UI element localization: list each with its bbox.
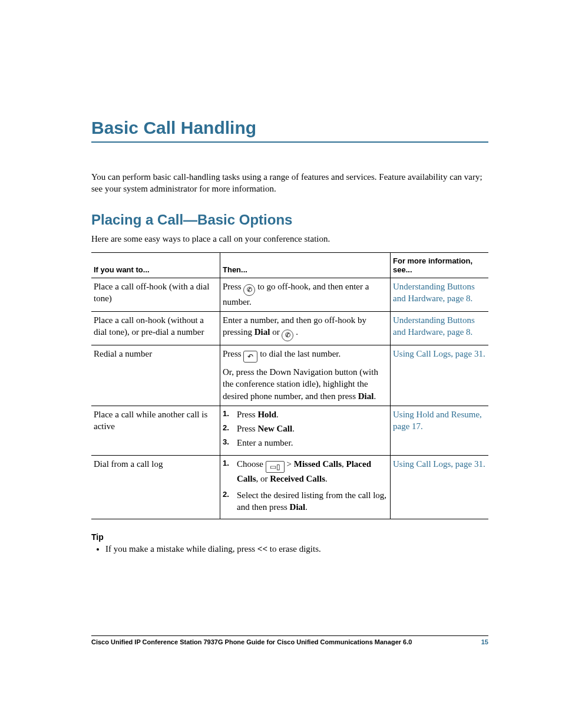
offhook-icon: ✆ [243,284,255,296]
cell-then: 1.Choose ▭▯ > Missed Calls, Placed Calls… [220,455,391,519]
cell-want: Place a call on-hook (without a dial ton… [91,311,220,345]
link-call-logs[interactable]: Using Call Logs, page 31. [393,349,485,358]
cell-see: Using Call Logs, page 31. [391,345,489,406]
chapter-rule [91,141,488,143]
cell-then: Press ✆ to go off-hook, and then enter a… [220,278,391,311]
redial-icon: ↶ [243,351,257,363]
table-row: Place a call while another call is activ… [91,406,488,455]
table-row: Place a call on-hook (without a dial ton… [91,311,488,345]
table-row: Dial from a call log 1.Choose ▭▯ > Misse… [91,455,488,519]
link-call-logs[interactable]: Using Call Logs, page 31. [393,459,485,469]
th-want: If you want to... [91,252,220,278]
offhook-icon: ✆ [282,330,293,341]
section-lead: Here are some easy ways to place a call … [91,234,488,244]
table-row: Place a call off-hook (with a dial tone)… [91,278,488,311]
cell-want: Place a call while another call is activ… [91,406,220,455]
tip-label: Tip [91,532,488,542]
th-then: Then... [220,252,391,278]
cell-see: Understanding Buttons and Hardware, page… [391,311,489,345]
cell-then: Press ↶ to dial the last number. Or, pre… [220,345,391,406]
chapter-title: Basic Call Handling [91,118,488,138]
cell-want: Dial from a call log [91,455,220,519]
table-row: Redial a number Press ↶ to dial the last… [91,345,488,406]
cell-then: Enter a number, and then go off-hook by … [220,311,391,345]
link-hold-resume[interactable]: Using Hold and Resume, page 17. [393,410,482,431]
link-understanding-buttons[interactable]: Understanding Buttons and Hardware, page… [393,282,475,303]
page: Basic Call Handling You can perform basi… [0,0,562,728]
cell-want: Place a call off-hook (with a dial tone) [91,278,220,311]
tip-item: If you make a mistake while dialing, pre… [105,544,488,554]
cell-see: Using Hold and Resume, page 17. [391,406,489,455]
footer-title: Cisco Unified IP Conference Station 7937… [91,638,412,645]
cell-want: Redial a number [91,345,220,406]
options-table: If you want to... Then... For more infor… [91,252,488,520]
link-understanding-buttons[interactable]: Understanding Buttons and Hardware, page… [393,315,475,337]
intro-paragraph: You can perform basic call-handling task… [91,171,488,195]
page-footer: Cisco Unified IP Conference Station 7937… [91,635,488,645]
cell-see: Understanding Buttons and Hardware, page… [391,278,489,311]
th-see: For more information, see... [391,252,489,278]
cell-see: Using Call Logs, page 31. [391,455,489,519]
section-title: Placing a Call—Basic Options [91,212,488,228]
page-number: 15 [481,638,488,645]
cell-then: 1.Press Hold. 2.Press New Call. 3.Enter … [220,406,391,455]
tip-list: If you make a mistake while dialing, pre… [105,544,488,554]
directories-icon: ▭▯ [266,461,285,473]
